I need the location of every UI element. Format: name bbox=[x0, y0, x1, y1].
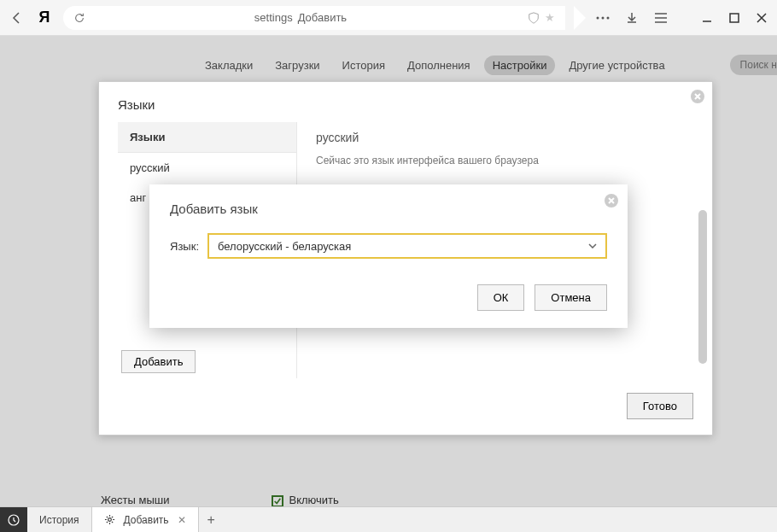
bookmark-star-icon[interactable]: ★ bbox=[545, 11, 555, 24]
bottom-tab-add[interactable]: Добавить ✕ bbox=[92, 507, 199, 533]
back-button[interactable] bbox=[7, 8, 27, 28]
add-language-button[interactable]: Добавить bbox=[121, 350, 196, 373]
language-select-label: Язык: bbox=[170, 240, 199, 253]
gear-icon bbox=[104, 514, 115, 525]
svg-point-2 bbox=[607, 16, 610, 19]
current-language: русский bbox=[316, 131, 693, 144]
url-page: Добавить bbox=[298, 11, 347, 24]
reload-icon[interactable] bbox=[73, 12, 85, 24]
window-maximize-icon[interactable] bbox=[726, 9, 743, 26]
yandex-logo-icon[interactable]: Я bbox=[34, 8, 55, 28]
shield-icon[interactable] bbox=[528, 12, 540, 24]
cancel-button[interactable]: Отмена bbox=[535, 284, 607, 311]
close-icon[interactable] bbox=[690, 89, 705, 104]
ok-button[interactable]: ОК bbox=[477, 284, 525, 311]
more-icon[interactable] bbox=[594, 9, 611, 26]
titlebar: Я settings Добавить ★ bbox=[0, 0, 777, 36]
new-tab-button[interactable]: + bbox=[199, 512, 224, 528]
languages-sidebar-header: Языки bbox=[118, 122, 296, 153]
downloads-icon[interactable] bbox=[623, 9, 640, 26]
bottom-tab-bar: История Добавить ✕ + bbox=[0, 506, 777, 532]
address-bar[interactable]: settings Добавить ★ bbox=[63, 6, 565, 30]
close-icon[interactable] bbox=[604, 193, 619, 208]
chevron-down-icon bbox=[588, 243, 597, 248]
svg-point-7 bbox=[108, 518, 111, 522]
add-language-modal: Добавить язык Язык: белорусский - белару… bbox=[149, 184, 628, 328]
svg-point-0 bbox=[597, 16, 599, 19]
bottom-tab-label: Добавить bbox=[124, 514, 169, 526]
svg-point-1 bbox=[602, 16, 605, 19]
done-button[interactable]: Готово bbox=[627, 393, 693, 419]
window-close-icon[interactable] bbox=[753, 9, 770, 26]
tab-close-icon[interactable]: ✕ bbox=[178, 514, 186, 526]
menu-icon[interactable] bbox=[652, 9, 669, 26]
scrollbar[interactable] bbox=[698, 210, 707, 364]
language-select[interactable]: белорусский - беларуская bbox=[207, 233, 607, 259]
clock-icon[interactable] bbox=[0, 507, 27, 533]
languages-title: Языки bbox=[99, 82, 712, 122]
bottom-tab-history[interactable]: История bbox=[27, 507, 92, 533]
language-item-russian[interactable]: русский bbox=[118, 153, 296, 183]
svg-rect-3 bbox=[730, 14, 739, 22]
window-minimize-icon[interactable] bbox=[698, 9, 716, 26]
add-language-title: Добавить язык bbox=[170, 202, 607, 216]
language-select-value: белорусский - беларуская bbox=[218, 240, 351, 253]
url-prefix: settings bbox=[254, 11, 293, 24]
bottom-tab-label: История bbox=[39, 514, 79, 526]
current-language-desc: Сейчас это язык интерфейса вашего браузе… bbox=[316, 155, 693, 167]
